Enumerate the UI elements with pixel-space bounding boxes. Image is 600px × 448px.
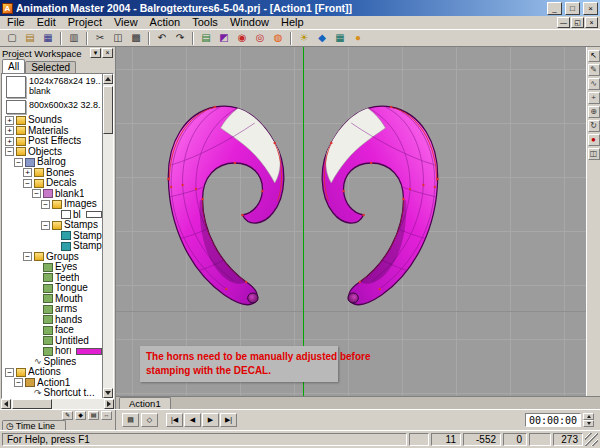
step-forward-button[interactable]: ▶|: [220, 413, 237, 427]
collapse-icon[interactable]: −: [32, 189, 41, 198]
tree-item-materials[interactable]: +Materials: [2, 126, 102, 137]
menu-action[interactable]: Action: [144, 16, 187, 29]
scrollbar-track[interactable]: [103, 84, 113, 388]
menu-file[interactable]: File: [1, 16, 31, 29]
scroll-left-icon[interactable]: [1, 399, 11, 409]
horn-models[interactable]: [116, 47, 586, 396]
library-icon[interactable]: ▤: [197, 31, 215, 46]
tree-item-stamp2[interactable]: Stamp2: [2, 241, 102, 252]
scroll-right-icon[interactable]: [104, 399, 114, 409]
hscrollbar-track[interactable]: [11, 399, 104, 409]
tree-item-arms[interactable]: arms: [2, 304, 102, 315]
child-minimize-button[interactable]: —: [557, 17, 570, 28]
print-icon[interactable]: ▥: [65, 31, 83, 46]
tree-item-images[interactable]: −Images: [2, 199, 102, 210]
step-back-button[interactable]: ◀: [184, 413, 201, 427]
grid-icon[interactable]: ▦: [331, 31, 349, 46]
tree-item-action1[interactable]: −Action1: [2, 378, 102, 389]
tab-selected[interactable]: Selected: [25, 61, 76, 73]
undo-icon[interactable]: ↶: [153, 31, 171, 46]
turn-tool-icon[interactable]: ↻: [588, 120, 600, 132]
collapse-icon[interactable]: −: [23, 179, 32, 188]
tree-item-sounds[interactable]: +Sounds: [2, 115, 102, 126]
menu-view[interactable]: View: [108, 16, 144, 29]
menu-edit[interactable]: Edit: [31, 16, 62, 29]
time-spinner[interactable]: [583, 413, 594, 427]
panel-close-button[interactable]: ×: [102, 48, 113, 58]
current-time-field[interactable]: 00:00:00: [525, 413, 581, 427]
select-tool-icon[interactable]: ↖: [588, 50, 600, 62]
expand-icon[interactable]: +: [5, 126, 14, 135]
camera-icon[interactable]: ◆: [313, 31, 331, 46]
timeline-key-icon[interactable]: ◆: [75, 411, 86, 420]
resize-grip[interactable]: [585, 433, 598, 446]
collapse-icon[interactable]: −: [14, 158, 23, 167]
cut-icon[interactable]: ✂: [91, 31, 109, 46]
menu-project[interactable]: Project: [62, 16, 108, 29]
tree-item-teeth[interactable]: Teeth: [2, 273, 102, 284]
viewport-front[interactable]: The horns need to be manually adjusted b…: [116, 47, 586, 396]
menu-window[interactable]: Window: [224, 16, 275, 29]
copy-icon[interactable]: ◫: [109, 31, 127, 46]
child-restore-button[interactable]: ◱: [571, 17, 584, 28]
tree-scrollbar[interactable]: [102, 74, 113, 398]
tree-item-blank1[interactable]: −blank1: [2, 189, 102, 200]
tree-item-tongue[interactable]: Tongue: [2, 283, 102, 294]
collapse-icon[interactable]: −: [41, 221, 50, 230]
scroll-down-icon[interactable]: [103, 388, 113, 398]
tree-item-blank[interactable]: blank: [2, 210, 102, 221]
render-mode-icon[interactable]: ◍: [269, 31, 287, 46]
tree-item-post-effects[interactable]: +Post Effects: [2, 136, 102, 147]
hscrollbar-thumb[interactable]: [12, 399, 52, 409]
mascot-icon[interactable]: ●: [349, 31, 367, 46]
scrollbar-thumb[interactable]: [103, 86, 113, 134]
redo-icon[interactable]: ↷: [171, 31, 189, 46]
expand-icon[interactable]: +: [5, 116, 14, 125]
collapse-icon[interactable]: −: [5, 368, 14, 377]
timeline-zoom-icon[interactable]: ↔: [101, 411, 112, 420]
collapse-icon[interactable]: −: [41, 200, 50, 209]
maximize-button[interactable]: □: [565, 2, 580, 15]
expand-icon[interactable]: +: [23, 168, 32, 177]
tree-item-hands[interactable]: hands: [2, 315, 102, 326]
tree-item-bones[interactable]: +Bones: [2, 168, 102, 179]
tree-item-stamp1[interactable]: Stamp1: [2, 231, 102, 242]
menu-help[interactable]: Help: [275, 16, 310, 29]
lights-icon[interactable]: ☀: [295, 31, 313, 46]
open-icon[interactable]: ▤: [21, 31, 39, 46]
materials-icon[interactable]: ◩: [215, 31, 233, 46]
play-button[interactable]: ▶: [202, 413, 219, 427]
tree-horizontal-scrollbar[interactable]: [1, 399, 114, 409]
go-start-button[interactable]: |◀: [166, 413, 183, 427]
tree-item-eyes[interactable]: Eyes: [2, 262, 102, 273]
timeline-edit-icon[interactable]: ✎: [62, 411, 73, 420]
tree-item-mouth[interactable]: Mouth: [2, 294, 102, 305]
tree-item-horns[interactable]: horns: [2, 346, 102, 357]
tree-item-splines[interactable]: ∿Splines: [2, 357, 102, 368]
zoom-tool-icon[interactable]: ⊕: [588, 106, 600, 118]
timeline-mode-icon[interactable]: ▤: [122, 413, 139, 427]
edit-tool-icon[interactable]: ✎: [588, 64, 600, 76]
tree-item-balrog[interactable]: −Balrog: [2, 157, 102, 168]
timeline-keyframe-icon[interactable]: ◇: [141, 413, 158, 427]
tree-item-decals[interactable]: −Decals: [2, 178, 102, 189]
expand-icon[interactable]: +: [5, 137, 14, 146]
record-icon[interactable]: ●: [588, 134, 600, 146]
collapse-icon[interactable]: −: [14, 378, 23, 387]
tab-action1[interactable]: Action1: [119, 397, 171, 409]
close-button[interactable]: ×: [583, 2, 598, 15]
tree-item-shortcut-t-[interactable]: ↷Shortcut t...: [2, 388, 102, 398]
image-item[interactable]: 1024x768x24 19... blank: [2, 75, 102, 99]
spline-tool-icon[interactable]: ∿: [588, 78, 600, 90]
tree-item-face[interactable]: face: [2, 325, 102, 336]
minimize-button[interactable]: _: [547, 2, 562, 15]
tree-item-stamps[interactable]: −Stamps: [2, 220, 102, 231]
collapse-icon[interactable]: −: [23, 252, 32, 261]
paste-icon[interactable]: ▩: [127, 31, 145, 46]
panel-pin-button[interactable]: ▾: [90, 48, 101, 58]
new-icon[interactable]: ▢: [3, 31, 21, 46]
scroll-up-icon[interactable]: [103, 74, 113, 84]
render-icon[interactable]: ◉: [233, 31, 251, 46]
image-item[interactable]: 800x600x32 32.8...: [2, 99, 102, 115]
tab-all[interactable]: All: [2, 59, 25, 73]
